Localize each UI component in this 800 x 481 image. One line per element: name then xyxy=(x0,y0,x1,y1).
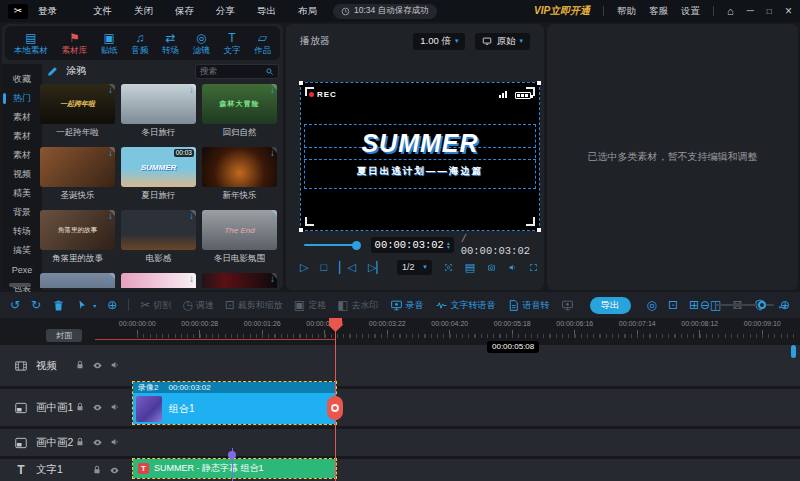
thumbnail-card[interactable]: 角落里的故事↓ 角落里的故事 xyxy=(40,210,115,265)
category-item[interactable]: 素材 xyxy=(2,146,42,165)
selection-handle[interactable] xyxy=(537,81,541,85)
record-audio-button[interactable]: 录音 xyxy=(390,299,424,312)
menu-item[interactable]: 关闭 xyxy=(134,5,153,18)
volume-icon[interactable] xyxy=(508,261,517,274)
speaker-icon[interactable] xyxy=(110,437,120,447)
category-item[interactable]: 精美 xyxy=(2,184,42,203)
menu-item[interactable]: 导出 xyxy=(257,5,276,18)
track-video[interactable]: 视频 xyxy=(0,345,800,386)
playback-speed-dropdown[interactable]: 1.00 倍 ▾ xyxy=(413,33,465,50)
sidebar-scrollbar[interactable] xyxy=(9,283,31,287)
tool-remove-watermark[interactable]: ◧ 去水印 xyxy=(337,299,378,312)
category-item[interactable]: 视频 xyxy=(2,165,42,184)
clip-trim-handle[interactable] xyxy=(327,396,343,420)
thumbnail-card[interactable]: ↓ 新年快乐 xyxy=(202,147,277,202)
titlebar-menu-item[interactable]: 客服 xyxy=(649,5,668,18)
track-pip2[interactable]: 画中画2 xyxy=(0,429,800,456)
overlay-subtitle[interactable]: 夏日出逃计划——海边篇 xyxy=(301,165,539,178)
overlay-title[interactable]: SUMMER xyxy=(301,129,539,158)
lock-icon[interactable] xyxy=(92,465,102,475)
search-box[interactable] xyxy=(195,64,279,79)
thumbnail-image[interactable]: ↓ xyxy=(121,210,196,250)
tab-text[interactable]: T 文字 xyxy=(223,32,240,55)
cover-button[interactable]: 封面 xyxy=(46,329,82,342)
timeline-ruler[interactable]: 00:00:00:00 00:00:00:28 00:00:01:26 00:0… xyxy=(0,318,800,342)
zoom-knob[interactable] xyxy=(758,301,766,309)
zoom-slider[interactable] xyxy=(716,304,774,306)
maximize-button[interactable]: □ xyxy=(767,6,772,16)
thumbnail-card[interactable]: ↓ xyxy=(40,273,115,288)
thumbnail-image[interactable]: ↓ xyxy=(121,273,196,288)
chevron-down-icon[interactable]: ▾ xyxy=(93,302,96,309)
adapt-screen-icon[interactable]: ⊡ xyxy=(668,298,678,312)
locate-playhead-button[interactable]: ⊕ xyxy=(107,299,117,312)
keyframe-marker[interactable] xyxy=(228,451,236,459)
thumbnail-image[interactable]: The End↓ xyxy=(202,210,277,250)
thumbnail-card[interactable]: ↓ 冬日旅行 xyxy=(121,84,196,139)
tool-speed[interactable]: ◷ 调速 xyxy=(182,299,213,312)
tab-filters[interactable]: ◎ 滤镜 xyxy=(193,32,210,55)
thumbnail-image[interactable]: 角落里的故事↓ xyxy=(40,210,115,250)
fullscreen-icon[interactable] xyxy=(529,261,538,274)
tab-transitions[interactable]: ⇄ 转场 xyxy=(162,32,179,55)
tab-material-library[interactable]: ⚑ 素材库 xyxy=(62,32,88,55)
titlebar-menu-item[interactable]: 设置 xyxy=(681,5,700,18)
lock-icon[interactable] xyxy=(75,437,85,447)
eye-icon[interactable] xyxy=(92,402,103,413)
timeline-scrollbar-thumb[interactable] xyxy=(791,345,796,358)
tab-stickers[interactable]: ▣ 贴纸 xyxy=(101,32,118,55)
tab-local-media[interactable]: ▤ 本地素材 xyxy=(14,32,48,55)
fit-mode-dropdown[interactable]: 原始 ▾ xyxy=(475,33,530,50)
lock-icon[interactable] xyxy=(75,402,85,412)
text-clip[interactable]: T SUMMER - 静态字幕 组合1 xyxy=(133,459,336,478)
category-item[interactable]: 素材 xyxy=(2,108,42,127)
stop-button[interactable]: □ xyxy=(320,261,327,273)
search-input[interactable] xyxy=(200,66,265,76)
delete-button[interactable] xyxy=(52,299,65,312)
menu-item[interactable]: 保存 xyxy=(175,5,194,18)
redo-button[interactable]: ↻ xyxy=(31,299,41,312)
select-tool-button[interactable] xyxy=(76,299,88,311)
thumbnail-image[interactable]: ↓ xyxy=(202,273,277,288)
dubbing-disabled-icon[interactable] xyxy=(561,299,574,312)
step-dropdown[interactable]: 1/2 ▾ xyxy=(397,260,432,275)
minimize-button[interactable]: ─ xyxy=(747,6,754,16)
eye-icon[interactable] xyxy=(92,360,103,371)
undo-button[interactable]: ↺ xyxy=(10,299,20,312)
thumbnail-image[interactable]: 森林大冒险↓ xyxy=(202,84,277,124)
eye-icon[interactable] xyxy=(92,437,103,448)
thumbnail-card[interactable]: 一起跨年啦↓ 一起跨年啦 xyxy=(40,84,115,139)
category-item[interactable]: 转场 xyxy=(2,222,42,241)
category-item[interactable]: 收藏 xyxy=(2,70,42,89)
lock-icon[interactable] xyxy=(75,360,85,370)
clip-body[interactable]: 组合1 xyxy=(133,393,336,424)
tab-works[interactable]: ▱ 作品 xyxy=(254,32,271,55)
vip-upgrade-button[interactable]: VIP立即开通 xyxy=(534,4,590,18)
track-pip1[interactable]: 画中画1 xyxy=(0,389,800,426)
titlebar-menu-item[interactable]: 帮助 xyxy=(617,5,636,18)
smart-beat-icon[interactable]: ◎ xyxy=(647,298,657,312)
speaker-icon[interactable] xyxy=(110,402,120,412)
current-time-field[interactable]: 00:00:03:02 ▴▾ xyxy=(371,237,454,253)
category-item[interactable]: Pexe xyxy=(2,260,42,279)
speech-to-text-button[interactable]: 语音转 xyxy=(507,299,550,312)
category-item[interactable]: 热门 xyxy=(2,89,42,108)
selection-handle[interactable] xyxy=(537,228,541,232)
thumbnail-image[interactable]: ↓ xyxy=(121,84,196,124)
thumbnail-card[interactable]: 森林大冒险↓ 回归自然 xyxy=(202,84,277,139)
zoom-out-icon[interactable]: ⊖ xyxy=(700,298,710,312)
prev-frame-button[interactable]: ▏◁ xyxy=(339,261,356,273)
menu-item[interactable]: 文件 xyxy=(93,5,112,18)
thumbnail-image[interactable]: ↓ xyxy=(40,147,115,187)
export-button[interactable]: 导出 xyxy=(590,297,631,314)
tool-freeze[interactable]: ▣ 定格 xyxy=(294,299,326,312)
next-frame-button[interactable]: ▷▏ xyxy=(368,261,385,273)
search-icon[interactable] xyxy=(265,67,274,76)
seek-slider[interactable] xyxy=(304,244,357,246)
thumbnail-image[interactable]: ↓ xyxy=(202,147,277,187)
play-button[interactable]: ▷ xyxy=(300,261,308,273)
speaker-icon[interactable] xyxy=(110,360,120,370)
time-spinner[interactable]: ▴▾ xyxy=(447,241,450,250)
home-button[interactable]: ⌂ xyxy=(727,6,734,16)
video-clip[interactable]: 录像2 00:00:03:02 组合1 xyxy=(133,382,336,424)
